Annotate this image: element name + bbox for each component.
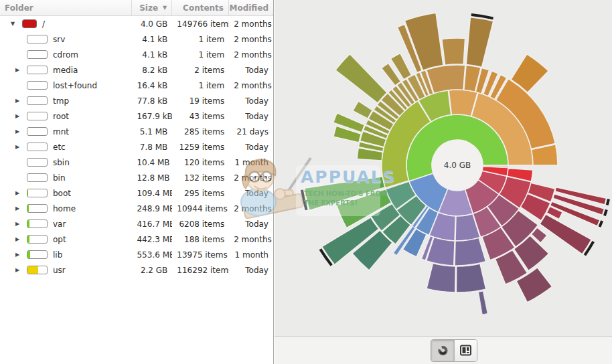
folder-contents: 149766 items (172, 19, 229, 29)
expander-icon[interactable]: ▶ (15, 67, 24, 73)
folder-row[interactable]: ▶home248.9 MB10944 items2 months (0, 201, 273, 216)
folder-size: 5.1 MB (132, 127, 172, 136)
folder-row[interactable]: ▶root167.9 kB43 itemsToday (0, 108, 273, 124)
folder-contents: 1259 items (172, 143, 229, 152)
usage-bar (27, 50, 48, 59)
folder-row[interactable]: bin12.8 MB132 items2 months (0, 170, 273, 185)
folder-cell: bin (0, 173, 132, 183)
folder-contents: 116292 items (172, 266, 229, 275)
column-header-folder[interactable]: Folder (0, 0, 132, 15)
folder-row[interactable]: ▼/4.0 GB149766 items2 months (0, 16, 273, 31)
expander-icon[interactable]: ▶ (15, 190, 24, 196)
folder-name: lost+found (53, 81, 97, 90)
folder-modified: 21 days (229, 127, 273, 136)
expander-icon[interactable]: ▶ (15, 128, 24, 134)
expander-icon[interactable]: ▶ (15, 267, 24, 273)
rings-chart-button[interactable] (431, 340, 454, 361)
folder-row[interactable]: ▶media8.2 kB2 itemsToday (0, 62, 273, 78)
folder-row[interactable]: ▶usr2.2 GB116292 itemsToday (0, 262, 273, 278)
folder-cell: ▶media (0, 66, 132, 75)
folder-contents: 132 items (172, 173, 229, 183)
chart-segment[interactable] (456, 264, 485, 292)
folder-row[interactable]: sbin10.4 MB120 items1 month (0, 155, 273, 170)
expander-icon[interactable]: ▶ (15, 205, 24, 211)
folder-cell: ▼/ (0, 19, 132, 29)
usage-bar (27, 235, 48, 244)
folder-modified: Today (229, 96, 273, 106)
folder-modified: Today (229, 219, 273, 229)
folder-size: 442.3 MB (132, 235, 172, 244)
expander-icon[interactable]: ▶ (15, 236, 24, 242)
folder-row[interactable]: lost+found16.4 kB1 item2 months (0, 78, 273, 93)
folder-contents: 6208 items (172, 219, 229, 229)
folder-row[interactable]: ▶mnt5.1 MB285 items21 days (0, 124, 273, 139)
folder-row[interactable]: ▶boot109.4 MB295 itemsToday (0, 185, 273, 201)
folder-size: 10.4 MB (132, 158, 172, 167)
folder-name: boot (53, 189, 71, 198)
chart-center-size-label: 4.0 GB (431, 161, 484, 170)
chart-toolbar (275, 336, 612, 364)
folder-name: root (53, 112, 69, 121)
column-label: Folder (5, 3, 33, 13)
folder-name: tmp (53, 96, 69, 106)
folder-size: 248.9 MB (132, 204, 172, 213)
folder-name: opt (53, 235, 66, 244)
expander-icon[interactable]: ▶ (15, 113, 24, 119)
folder-name: var (53, 219, 66, 229)
folder-row[interactable]: ▶etc7.8 MB1259 itemsToday (0, 139, 273, 155)
folder-name: cdrom (53, 50, 78, 60)
folder-size: 2.2 GB (132, 266, 172, 275)
folder-contents: 295 items (172, 189, 229, 198)
folder-cell: ▶root (0, 112, 132, 121)
folder-modified: 2 months (229, 50, 273, 60)
expander-icon[interactable]: ▼ (11, 21, 19, 27)
column-header-contents[interactable]: Contents (172, 0, 229, 15)
folder-row[interactable]: ▶var416.7 MB6208 itemsToday (0, 216, 273, 232)
folder-size: 4.1 kB (132, 50, 172, 60)
folder-size: 16.4 kB (132, 81, 172, 90)
folder-row[interactable]: cdrom4.1 kB1 item2 months (0, 47, 273, 62)
sort-descending-icon: ▼ (163, 5, 167, 11)
folder-row[interactable]: ▶opt442.3 MB188 items2 months (0, 232, 273, 247)
expander-icon[interactable]: ▶ (15, 144, 24, 150)
folder-row[interactable]: ▶lib553.6 MB13975 items1 month (0, 247, 273, 262)
folder-contents: 120 items (172, 158, 229, 167)
usage-bar (27, 173, 48, 182)
folder-size: 553.6 MB (132, 250, 172, 260)
folder-cell: ▶lib (0, 250, 132, 260)
folder-row[interactable]: srv4.1 kB1 item2 months (0, 31, 273, 47)
folder-name: / (42, 19, 45, 29)
folder-contents: 2 items (172, 66, 229, 75)
column-header-size[interactable]: Size ▼ (132, 0, 172, 15)
folder-name: lib (53, 250, 62, 260)
folder-cell: ▶var (0, 219, 132, 229)
folder-row[interactable]: ▶tmp77.8 kB19 itemsToday (0, 93, 273, 108)
treemap-chart-icon (459, 344, 472, 357)
folder-modified: 1 month (229, 250, 273, 260)
folder-contents: 19 items (172, 96, 229, 106)
treemap-chart-button[interactable] (454, 340, 477, 361)
folder-modified: 2 months (229, 35, 273, 44)
chart-segment[interactable] (442, 38, 465, 65)
folder-cell: ▶opt (0, 235, 132, 244)
folder-name: media (53, 66, 78, 75)
expander-icon[interactable]: ▶ (15, 221, 24, 227)
expander-icon[interactable]: ▶ (15, 252, 24, 258)
folder-modified: Today (229, 112, 273, 121)
column-header-modified[interactable]: Modified (229, 0, 273, 15)
folder-size: 8.2 kB (132, 66, 172, 75)
folder-contents: 1 item (172, 50, 229, 60)
folder-name: srv (53, 35, 65, 44)
usage-bar (27, 204, 48, 213)
folder-cell: ▶boot (0, 189, 132, 198)
folder-modified: 2 months (229, 19, 273, 29)
folder-table-body: ▼/4.0 GB149766 items2 monthssrv4.1 kB1 i… (0, 16, 273, 278)
folder-contents: 188 items (172, 235, 229, 244)
folder-modified: 1 month (229, 158, 273, 167)
folder-contents: 1 item (172, 81, 229, 90)
folder-cell: ▶etc (0, 143, 132, 152)
expander-icon[interactable]: ▶ (15, 98, 24, 104)
folder-tree-panel: Folder Size ▼ Contents Modified ▼/4.0 GB… (0, 0, 274, 364)
folder-cell: ▶usr (0, 266, 132, 275)
folder-contents: 43 items (172, 112, 229, 121)
